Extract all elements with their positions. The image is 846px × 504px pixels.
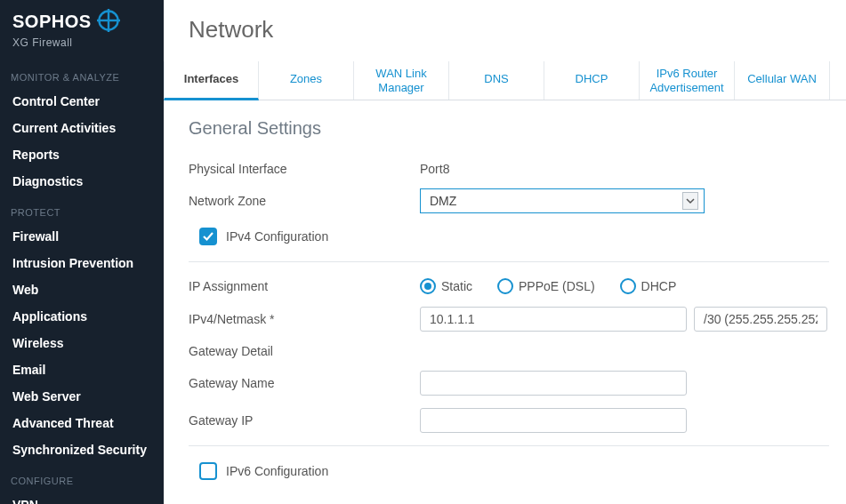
tab-ipv6-router-advertisement[interactable]: IPv6 Router Advertisement xyxy=(640,61,735,100)
physical-interface-label: Physical Interface xyxy=(189,162,420,176)
sidebar-item-web-server[interactable]: Web Server xyxy=(0,383,164,410)
brand-product: XG Firewall xyxy=(12,36,151,49)
sidebar-item-diagnostics[interactable]: Diagnostics xyxy=(0,168,164,195)
content: General Settings Physical Interface Port… xyxy=(164,100,846,496)
sidebar-item-web[interactable]: Web xyxy=(0,276,164,303)
page-title: Network xyxy=(164,0,846,61)
netmask-input[interactable] xyxy=(694,307,827,332)
main-area: Network InterfacesZonesWAN Link ManagerD… xyxy=(164,0,846,504)
tab-dhcp[interactable]: DHCP xyxy=(544,61,640,100)
network-zone-value: DMZ xyxy=(430,194,456,208)
sidebar-item-synchronized-security[interactable]: Synchronized Security xyxy=(0,436,164,463)
brand-logo-icon xyxy=(97,9,120,35)
radio-label: PPPoE (DSL) xyxy=(519,279,595,293)
chevron-down-icon xyxy=(682,192,698,210)
gateway-name-input[interactable] xyxy=(420,371,687,396)
brand-name: SOPHOS xyxy=(12,12,92,32)
gateway-name-label: Gateway Name xyxy=(189,376,420,390)
sidebar-item-email[interactable]: Email xyxy=(0,356,164,383)
ip-assignment-label: IP Assignment xyxy=(189,279,420,293)
radio-label: DHCP xyxy=(641,279,677,293)
radio-icon xyxy=(620,278,636,294)
ipv4-netmask-label: IPv4/Netmask * xyxy=(189,312,420,326)
nav-section-title: CONFIGURE xyxy=(0,463,164,492)
sidebar-item-wireless[interactable]: Wireless xyxy=(0,330,164,356)
radio-pppoe-dsl-[interactable]: PPPoE (DSL) xyxy=(497,278,595,294)
divider xyxy=(189,445,829,446)
sidebar-item-applications[interactable]: Applications xyxy=(0,303,164,330)
tab-dns[interactable]: DNS xyxy=(449,61,544,100)
tab-wan-link-manager[interactable]: WAN Link Manager xyxy=(354,61,449,100)
section-title: General Settings xyxy=(189,118,846,139)
sidebar: SOPHOS XG Firewall MONITOR & ANALYZECont… xyxy=(0,0,164,504)
sidebar-item-intrusion-prevention[interactable]: Intrusion Prevention xyxy=(0,250,164,276)
tabs: InterfacesZonesWAN Link ManagerDNSDHCPIP… xyxy=(164,61,846,100)
ipv6-config-checkbox[interactable] xyxy=(199,462,217,480)
ipv4-config-checkbox[interactable] xyxy=(199,228,217,245)
gateway-detail-heading: Gateway Detail xyxy=(189,344,846,358)
sidebar-item-control-center[interactable]: Control Center xyxy=(0,88,164,115)
nav-section-title: PROTECT xyxy=(0,195,164,223)
radio-icon xyxy=(420,278,436,294)
ip-assignment-group: StaticPPPoE (DSL)DHCP xyxy=(420,278,676,294)
ipv6-config-label: IPv6 Configuration xyxy=(226,464,328,478)
nav-section-title: MONITOR & ANALYZE xyxy=(0,60,164,88)
ipv4-config-label: IPv4 Configuration xyxy=(226,229,328,244)
physical-interface-value: Port8 xyxy=(420,162,449,176)
brand-block: SOPHOS XG Firewall xyxy=(0,0,164,60)
divider xyxy=(189,261,829,262)
gateway-ip-label: Gateway IP xyxy=(189,413,420,428)
radio-icon xyxy=(497,278,513,294)
radio-dhcp[interactable]: DHCP xyxy=(620,278,677,294)
sidebar-item-firewall[interactable]: Firewall xyxy=(0,223,164,250)
ipv4-input[interactable] xyxy=(420,307,687,332)
sidebar-item-current-activities[interactable]: Current Activities xyxy=(0,115,164,141)
gateway-ip-input[interactable] xyxy=(420,408,687,433)
network-zone-label: Network Zone xyxy=(189,194,420,208)
sidebar-item-reports[interactable]: Reports xyxy=(0,141,164,168)
radio-label: Static xyxy=(441,279,472,293)
tab-interfaces[interactable]: Interfaces xyxy=(164,61,259,100)
tab-zones[interactable]: Zones xyxy=(259,61,354,100)
network-zone-select[interactable]: DMZ xyxy=(420,188,705,213)
tab-cellular-wan[interactable]: Cellular WAN xyxy=(735,61,830,100)
radio-static[interactable]: Static xyxy=(420,278,472,294)
sidebar-item-advanced-threat[interactable]: Advanced Threat xyxy=(0,410,164,436)
sidebar-item-vpn[interactable]: VPN xyxy=(0,492,164,504)
